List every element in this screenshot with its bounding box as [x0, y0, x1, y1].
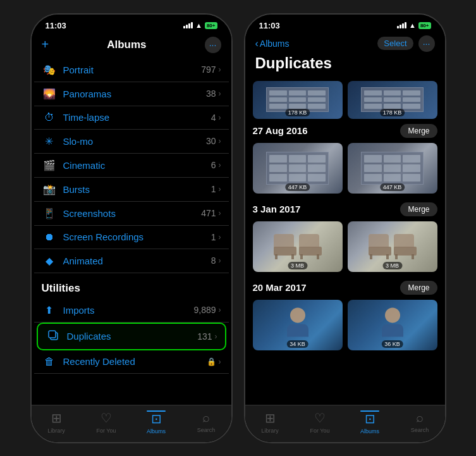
album-item-screenshots[interactable]: 📱 Screenshots 471 ›: [34, 202, 229, 226]
cinematic-label: Cinematic: [63, 160, 211, 171]
foryou-tab-label: For You: [96, 428, 116, 434]
duplicates-count: 131: [197, 331, 212, 342]
animated-label: Animated: [63, 256, 211, 266]
tab-albums[interactable]: ⊡ Albums: [131, 410, 181, 434]
album-item-portrait[interactable]: 🎭 Portrait 797 ›: [34, 58, 229, 82]
albums-dots-button[interactable]: ···: [205, 37, 221, 53]
battery-badge: 80+: [418, 22, 431, 29]
dup-photo-jan2017-1[interactable]: 3 MB: [253, 221, 343, 272]
photo-size-aug2016-1: 447 KB: [285, 183, 310, 191]
dup-photo-aug2016-1[interactable]: 447 KB: [253, 143, 343, 194]
signal-icon: [183, 22, 193, 28]
album-item-cinematic[interactable]: 🎬 Cinematic 6 ›: [34, 154, 229, 178]
album-item-panoramas[interactable]: 🌄 Panoramas 38 ›: [34, 82, 229, 106]
dup-dots-button[interactable]: ···: [418, 35, 435, 52]
face-body: [287, 324, 308, 336]
library-tab-label: Library: [47, 428, 65, 434]
dup-photo-mar2017-1[interactable]: 34 KB: [253, 300, 343, 350]
tab-library-right[interactable]: ⊞ Library: [245, 410, 295, 434]
back-button[interactable]: ‹ Albums: [255, 38, 290, 49]
screenrec-label: Screen Recordings: [63, 231, 211, 242]
albums-tab-icon: ⊡: [365, 411, 375, 426]
duplicates-header: ‹ Albums Select ··· Duplicates: [245, 33, 445, 76]
album-item-screenrec[interactable]: ⏺ Screen Recordings 1 ›: [34, 226, 229, 249]
bursts-icon: 📸: [42, 183, 57, 195]
portrait-count: 797: [201, 65, 216, 75]
duplicates-icon: [46, 330, 61, 343]
bursts-label: Bursts: [63, 184, 211, 195]
merge-button-aug2016[interactable]: Merge: [400, 124, 437, 138]
top-photos-row: 178 KB 178 KB: [253, 81, 437, 119]
right-status-icons: ▲ 80+: [397, 22, 430, 29]
album-item-bursts[interactable]: 📸 Bursts 1 ›: [34, 178, 229, 202]
merge-button-mar2017[interactable]: Merge: [400, 281, 437, 295]
timelapse-count: 4: [211, 113, 216, 123]
battery-badge: 80+: [205, 22, 217, 29]
slomo-icon: ✳: [42, 135, 57, 147]
dup-photo-aug2016-2[interactable]: 447 KB: [348, 143, 437, 194]
album-item-imports[interactable]: ⬆ Imports 9,889 ›: [34, 299, 229, 323]
merge-button-jan2017[interactable]: Merge: [400, 202, 437, 216]
building-visual: [361, 152, 424, 185]
dup-nav-row: ‹ Albums Select ···: [255, 35, 435, 52]
chevron-icon: ›: [219, 89, 221, 98]
search-tab-icon: ⌕: [202, 410, 210, 425]
search-tab-icon: ⌕: [416, 410, 424, 425]
chevron-icon: ›: [219, 161, 221, 169]
face-body: [382, 324, 403, 336]
photo-size-aug2016-2: 447 KB: [380, 183, 405, 191]
left-tab-bar: ⊞ Library ♡ For You ⊡ Albums ⌕ Search: [32, 405, 231, 442]
tab-foryou[interactable]: ♡ For You: [82, 410, 131, 434]
album-item-duplicates[interactable]: Duplicates 131 ›: [37, 323, 226, 350]
chevron-icon: ›: [219, 357, 221, 366]
slomo-count: 30: [206, 136, 216, 146]
tab-search[interactable]: ⌕ Search: [181, 410, 231, 434]
photo-size-2: 178 KB: [380, 109, 405, 116]
chair-1: [369, 234, 391, 259]
select-button[interactable]: Select: [377, 37, 413, 50]
tab-foryou-right[interactable]: ♡ For You: [295, 410, 345, 434]
album-item-slomo[interactable]: ✳ Slo-mo 30 ›: [34, 130, 229, 154]
album-item-animated[interactable]: ◆ Animated 8 ›: [34, 249, 229, 273]
svg-rect-1: [49, 331, 56, 338]
right-phone: 11:03 ▲ 80+ ‹ Albums: [244, 13, 446, 443]
screenrec-icon: ⏺: [42, 231, 57, 243]
tab-albums-right[interactable]: ⊡ Albums: [345, 410, 395, 434]
dup-group-mar2017: 20 Mar 2017 Merge 34 KB: [253, 281, 437, 350]
photos-row-jan2017: 3 MB: [253, 221, 437, 272]
recently-deleted-icon: 🗑: [42, 356, 57, 367]
chevron-icon: ›: [219, 113, 221, 122]
back-chevron-icon: ‹: [255, 38, 259, 49]
photo-size-mar2017-1: 34 KB: [286, 340, 308, 348]
album-item-timelapse[interactable]: ⏱ Time-lapse 4 ›: [34, 106, 229, 130]
dup-photo-jan2017-2[interactable]: 3 MB: [348, 221, 437, 272]
screenshots-count: 471: [201, 208, 216, 218]
tab-library[interactable]: ⊞ Library: [32, 410, 82, 434]
chair-2: [394, 234, 417, 259]
timelapse-label: Time-lapse: [63, 112, 211, 123]
albums-list: 🎭 Portrait 797 › 🌄 Panoramas 38 › ⏱ Time…: [32, 58, 231, 405]
tab-search-right[interactable]: ⌕ Search: [395, 410, 445, 434]
duplicates-page-title: Duplicates: [255, 54, 435, 72]
library-tab-icon: ⊞: [265, 410, 276, 426]
panoramas-icon: 🌄: [42, 88, 57, 100]
dup-group-header-aug2016: 27 Aug 2016 Merge: [253, 124, 437, 138]
animated-count: 8: [211, 256, 216, 266]
add-button[interactable]: +: [42, 37, 49, 52]
photo-size-mar2017-2: 36 KB: [381, 340, 403, 348]
right-phone-content: ‹ Albums Select ··· Duplicates: [245, 33, 445, 442]
duplicates-scroll-area: 178 KB 178 KB: [245, 76, 445, 405]
top-photo-2: 178 KB: [348, 81, 437, 119]
dup-group-header-jan2017: 3 Jan 2017 Merge: [253, 202, 437, 216]
foryou-tab-icon: ♡: [101, 410, 112, 426]
signal-icon: [397, 22, 406, 28]
library-tab-icon: ⊞: [51, 410, 62, 426]
animated-icon: ◆: [42, 255, 57, 267]
person-silhouette-2: [380, 307, 405, 342]
dup-photo-mar2017-2[interactable]: 36 KB: [348, 300, 437, 350]
album-item-recently-deleted[interactable]: 🗑 Recently Deleted 🔒 ›: [34, 350, 229, 374]
chevron-icon: ›: [215, 332, 217, 341]
face-head: [385, 307, 400, 323]
back-label: Albums: [260, 39, 290, 49]
wifi-icon: ▲: [409, 22, 416, 29]
